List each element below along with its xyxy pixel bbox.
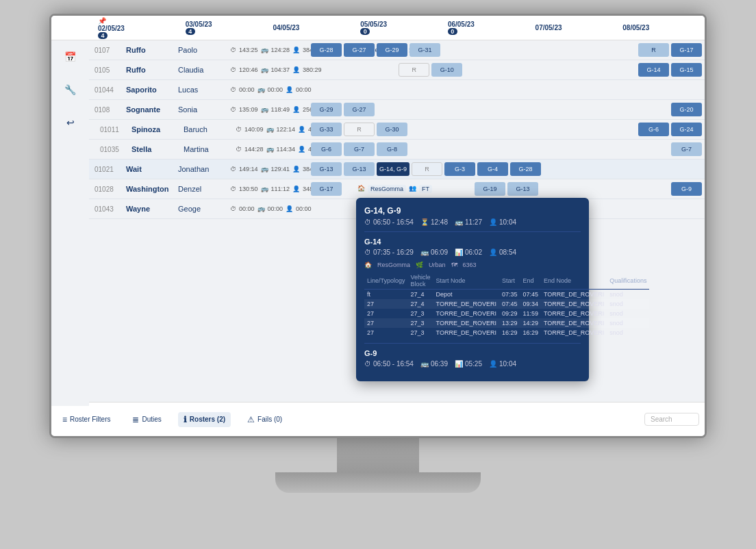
- g9-icon3: 👤 10:04: [489, 360, 516, 368]
- shift-block[interactable]: G-27: [344, 43, 375, 57]
- tooltip-table-row: ft 27_4 Depot 07:35 07:45 TORRE_DE_ROVER…: [364, 290, 649, 300]
- shift-block-r[interactable]: R: [399, 63, 429, 77]
- clock-icon: ⏱: [230, 66, 236, 73]
- shift-block[interactable]: G-14: [638, 63, 669, 77]
- shift-block[interactable]: G-33: [311, 123, 342, 136]
- shift-block[interactable]: G-20: [671, 103, 702, 116]
- shift-block[interactable]: G-28: [510, 162, 541, 176]
- person-icon: 👤: [292, 186, 300, 192]
- employee-main-row: 01028 Washington Denzel ⏱130:50 🚌111:12 …: [89, 179, 705, 199]
- tooltip-g14-section: G-14 ⏱ 07:35 - 16:29 🚌 06:09 📊: [364, 238, 581, 337]
- emp-id: 01043: [94, 205, 122, 213]
- shift-block[interactable]: G-9: [671, 182, 702, 196]
- route-icon: 🗺: [451, 261, 457, 268]
- search-input[interactable]: Search: [644, 413, 699, 426]
- date-label-1: 02/05/23: [98, 25, 125, 32]
- date-cell-2[interactable]: 03/05/23 4: [180, 21, 268, 35]
- emp-first: Jonathan: [178, 165, 226, 173]
- tab-rosters[interactable]: ℹ Rosters (2): [178, 412, 231, 427]
- tab-roster-filters[interactable]: ≡ Roster Filters: [57, 412, 116, 427]
- cell-block: 27_3: [408, 318, 433, 328]
- emp-last: Washington: [126, 185, 174, 193]
- shift-block[interactable]: G-27: [344, 103, 375, 116]
- date-cell-5[interactable]: 06/05/23 0: [442, 21, 530, 35]
- shift-block[interactable]: G-31: [410, 43, 440, 57]
- shift-block[interactable]: G-7: [344, 142, 375, 156]
- sidebar-tool-icon[interactable]: 🔧: [61, 80, 80, 99]
- shift-block[interactable]: G-3: [444, 162, 475, 176]
- shift-block[interactable]: G-13: [311, 162, 342, 176]
- col-header-startnode: Start Node: [433, 272, 499, 290]
- shift-block[interactable]: G-19: [475, 182, 505, 196]
- schedule-area: G-28 G-27 G-29 G-31 R G-17: [308, 40, 705, 60]
- person-icon: 👤: [489, 218, 497, 226]
- cell-line: 27: [364, 299, 408, 309]
- date-cell-1[interactable]: 📌 02/05/23 4: [92, 17, 180, 39]
- shift-block-r[interactable]: R: [412, 162, 442, 176]
- g9-icon2: 📊 05:25: [455, 360, 482, 368]
- cell-endnode: TORRE_DE_ROVERI: [541, 299, 607, 309]
- shift-block[interactable]: G-13: [507, 182, 538, 196]
- col-header-start: Start: [499, 272, 520, 290]
- shift-block[interactable]: G-15: [671, 63, 702, 77]
- clock-icon: ⏱: [236, 126, 242, 133]
- shift-block[interactable]: G-17: [311, 182, 342, 196]
- date-cell-3[interactable]: 04/05/23: [267, 24, 355, 31]
- cell-qual: snod: [607, 290, 649, 300]
- employee-main-row: 0107 Ruffo Paolo ⏱143:25 🚌124:28 👤384:00…: [89, 40, 705, 60]
- cell-endnode: TORRE_DE_ROVERI: [541, 328, 607, 337]
- shift-block[interactable]: G-17: [671, 43, 702, 57]
- tooltip-g14-subtitle: 🏠 ResGomma 🌿 Urban 🗺 6363: [364, 261, 581, 268]
- cell-endnode: TORRE_DE_ROVERI: [541, 309, 607, 318]
- cell-line: 27: [364, 309, 408, 318]
- shift-block[interactable]: G-4: [477, 162, 508, 176]
- date-cell-7[interactable]: 08/05/23: [617, 24, 705, 31]
- employee-info: 01021 Wait Jonathan ⏱149:14 🚌129:41 👤384…: [89, 165, 308, 173]
- shift-block[interactable]: G-10: [431, 63, 462, 77]
- employee-main-row: 0108 Sognante Sonia ⏱135:09 🚌118:49 👤256…: [89, 100, 705, 119]
- emp-id: 01011: [100, 126, 127, 133]
- person-icon: 👤: [298, 126, 305, 133]
- cell-line: 27: [364, 328, 408, 337]
- shift-block[interactable]: G-29: [377, 43, 407, 57]
- shift-block-r[interactable]: R: [344, 123, 375, 136]
- sidebar-arrow-icon[interactable]: ↩: [61, 113, 80, 132]
- shift-block[interactable]: G-30: [377, 123, 407, 136]
- shift-block[interactable]: G-8: [377, 142, 407, 156]
- stat-icon: 📊: [455, 360, 463, 368]
- shift-block[interactable]: G-29: [311, 103, 342, 116]
- emp-id: 01028: [94, 186, 122, 193]
- table-row: 01021 Wait Jonathan ⏱149:14 🚌129:41 👤384…: [89, 159, 705, 179]
- tab-label: Duties: [142, 416, 161, 423]
- date-cell-4[interactable]: 05/05/23 0: [355, 21, 442, 35]
- cell-end: 07:45: [520, 290, 541, 300]
- cell-block: 27_3: [408, 309, 433, 318]
- bus-icon: 🚌: [261, 66, 268, 73]
- tooltip-table-row: 27 27_3 TORRE_DE_ROVERI 13:29 14:29 TORR…: [364, 318, 649, 328]
- shift-block-selected[interactable]: G-14, G-9: [377, 162, 410, 176]
- shift-block[interactable]: G-28: [311, 43, 342, 57]
- cell-start: 09:29: [499, 309, 520, 318]
- shift-block[interactable]: G-7: [671, 142, 702, 156]
- shift-block[interactable]: G-6: [311, 142, 342, 156]
- shift-block[interactable]: G-6: [638, 123, 669, 136]
- shift-block[interactable]: G-13: [344, 162, 375, 176]
- cell-block: 27_4: [408, 290, 433, 300]
- tooltip-icon2: 👤 10:04: [489, 218, 516, 226]
- tab-duties[interactable]: ≣ Duties: [127, 412, 166, 427]
- date-cell-6[interactable]: 07/05/23: [530, 24, 618, 31]
- tooltip-title: G-14, G-9: [364, 206, 581, 216]
- sidebar-calendar-icon[interactable]: 📅: [61, 47, 80, 66]
- date-badge-2: 4: [186, 28, 195, 35]
- emp-id: 0108: [94, 106, 122, 114]
- tab-fails[interactable]: ⚠ Fails (0): [242, 412, 288, 427]
- shift-block[interactable]: R: [638, 43, 669, 57]
- employee-main-row: 01044 Saporito Lucas ⏱00:00 🚌00:00 👤00:0…: [89, 80, 705, 99]
- person-icon: 👤: [292, 106, 300, 113]
- emp-first: Claudia: [178, 66, 226, 74]
- shift-block[interactable]: G-24: [671, 123, 702, 136]
- date-badge-4: 0: [360, 28, 370, 35]
- person-icon: 👤: [286, 86, 293, 93]
- clock-icon: ⏱: [364, 360, 371, 368]
- screen-area: 📌 02/05/23 4 03/05/23 4 04/05/23 05/05/2…: [49, 14, 707, 438]
